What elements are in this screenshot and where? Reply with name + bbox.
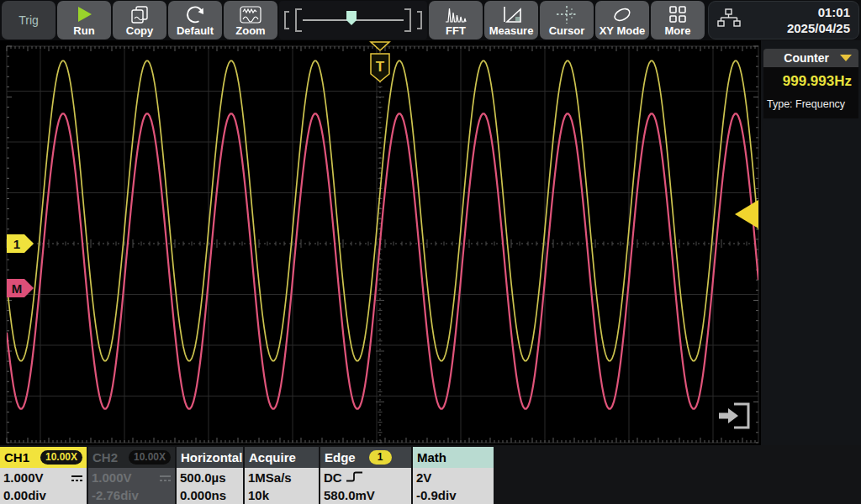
trigger-flag-label: T (376, 59, 385, 75)
ch1-header: CH1 10.00X (0, 447, 87, 468)
ch2-header: CH2 10.00X (88, 447, 175, 468)
slider-inner-right-bracket (404, 9, 410, 31)
more-grid-icon (668, 4, 687, 24)
horizontal-label: Horizontal (181, 450, 242, 465)
ch1-marker-label: 1 (13, 237, 20, 251)
measure-icon (500, 4, 522, 24)
run-label: Run (73, 24, 94, 37)
run-button[interactable]: Run (57, 1, 111, 39)
date-text: 2025/04/25 (742, 20, 850, 37)
xy-mode-ellipse-icon (611, 4, 633, 24)
top-toolbar: Trig Run Copy Default (0, 0, 861, 40)
default-reset-icon (185, 4, 205, 24)
ch1-status-block[interactable]: CH1 10.00X 1.000V 0.00div (0, 447, 87, 504)
cursor-crosshair-icon (555, 4, 578, 24)
ch2-volts: 1.000V (92, 470, 132, 485)
zoom-button[interactable]: Zoom (224, 1, 277, 39)
trigger-status-block[interactable]: Edge 1 DC 580.0mV (320, 447, 411, 504)
trig-status-button[interactable]: Trig (2, 1, 55, 39)
ch2-status-block[interactable]: CH2 10.00X 1.000V -2.76div (88, 447, 175, 504)
dc-coupling-icon (71, 470, 83, 485)
math-header: Math (413, 447, 494, 468)
slider-inner-left-bracket (296, 9, 302, 31)
ch1-label: CH1 (4, 450, 29, 465)
horizontal-status-block[interactable]: Horizontal 500.0µs 0.000ns (177, 447, 243, 504)
cursor-button[interactable]: Cursor (540, 1, 594, 39)
horizontal-position-slider[interactable] (279, 1, 427, 39)
horizontal-header: Horizontal (177, 447, 243, 468)
slider-outer-right-bracket (417, 12, 421, 29)
edge-values: DC 580.0mV (320, 468, 411, 504)
ch1-zero-marker[interactable]: 1 (7, 234, 34, 253)
waveform-display: T 1 M (0, 40, 761, 445)
default-button[interactable]: Default (168, 1, 222, 39)
ch2-probe-badge: 10.00X (129, 450, 171, 465)
trig-label: Trig (18, 13, 39, 27)
run-play-icon (74, 4, 94, 24)
ch1-offset: 0.00div (3, 488, 46, 502)
datetime-panel[interactable]: 01:01 2025/04/25 (708, 1, 859, 39)
right-sidebar: Counter 999.993Hz Type: Frequency (761, 40, 861, 445)
xy-mode-label: XY Mode (600, 24, 646, 37)
trigger-coupling: DC (324, 470, 342, 485)
edge-header: Edge 1 (320, 447, 411, 468)
zoom-waveform-icon (239, 4, 262, 24)
counter-value: 999.993Hz (763, 73, 858, 90)
dc-coupling-icon-disabled (159, 470, 172, 485)
clock-readout: 01:01 2025/04/25 (742, 4, 850, 37)
default-label: Default (177, 24, 214, 37)
trigger-level-value: 580.0mV (324, 488, 375, 502)
expand-window-icon[interactable] (719, 404, 748, 428)
ch2-offset: -2.76div (92, 488, 139, 502)
edge-label: Edge (325, 450, 356, 465)
copy-icon (129, 4, 151, 24)
chevron-down-icon (840, 55, 852, 61)
rising-edge-icon (346, 470, 364, 486)
fft-button[interactable]: FFT (429, 1, 483, 39)
math-scale-value: 2V (416, 470, 431, 485)
ch1-probe-badge: 10.00X (40, 450, 82, 465)
fft-label: FFT (446, 24, 466, 37)
network-icon (716, 7, 742, 34)
counter-header[interactable]: Counter (763, 49, 858, 67)
trigger-level-arrow[interactable] (735, 200, 758, 228)
math-status-block[interactable]: Math 2V -0.9div (413, 447, 494, 504)
counter-title: Counter (784, 51, 829, 65)
cursor-label: Cursor (549, 24, 585, 37)
more-button[interactable]: More (651, 1, 705, 39)
memory-depth-value: 10k (248, 488, 269, 502)
ch2-values: 1.000V -2.76div (88, 468, 175, 504)
counter-type: Type: Frequency (763, 90, 858, 110)
copy-label: Copy (126, 24, 154, 37)
sample-rate-value: 1MSa/s (248, 470, 292, 485)
zoom-label: Zoom (235, 24, 265, 37)
trigger-position-marker[interactable]: T (371, 42, 389, 81)
counter-body: 999.993Hz Type: Frequency (763, 67, 858, 118)
acquire-status-block[interactable]: Acquire 1MSa/s 10k (245, 447, 319, 504)
horizontal-values: 500.0µs 0.000ns (177, 468, 243, 504)
oscilloscope-screen: { "topbar": { "buttons": { "trig": "Trig… (0, 0, 861, 504)
more-label: More (664, 24, 690, 37)
fft-spectrum-icon (444, 4, 467, 24)
measure-label: Measure (489, 24, 534, 37)
math-label: Math (417, 450, 446, 465)
graticule-grid (7, 46, 758, 443)
slider-outer-left-bracket (285, 12, 289, 29)
trigger-source-badge: 1 (369, 450, 392, 465)
ch2-label: CH2 (92, 450, 118, 465)
ch1-values: 1.000V 0.00div (0, 468, 87, 504)
acquire-values: 1MSa/s 10k (245, 468, 319, 504)
xy-mode-button[interactable]: XY Mode (595, 1, 649, 39)
counter-panel: Counter 999.993Hz Type: Frequency (763, 49, 858, 118)
copy-button[interactable]: Copy (113, 1, 166, 39)
slider-thumb[interactable] (346, 11, 357, 25)
delay-value: 0.000ns (180, 488, 226, 502)
measure-button[interactable]: Measure (484, 1, 538, 39)
math-values: 2V -0.9div (413, 468, 494, 504)
acquire-header: Acquire (245, 447, 319, 468)
math-offset-value: -0.9div (416, 488, 457, 502)
bottom-status-bar: CH1 10.00X 1.000V 0.00div CH2 10.00X (0, 445, 861, 504)
ch1-volts: 1.000V (3, 470, 44, 485)
timebase-value: 500.0µs (180, 470, 226, 485)
acquire-label: Acquire (249, 450, 296, 465)
